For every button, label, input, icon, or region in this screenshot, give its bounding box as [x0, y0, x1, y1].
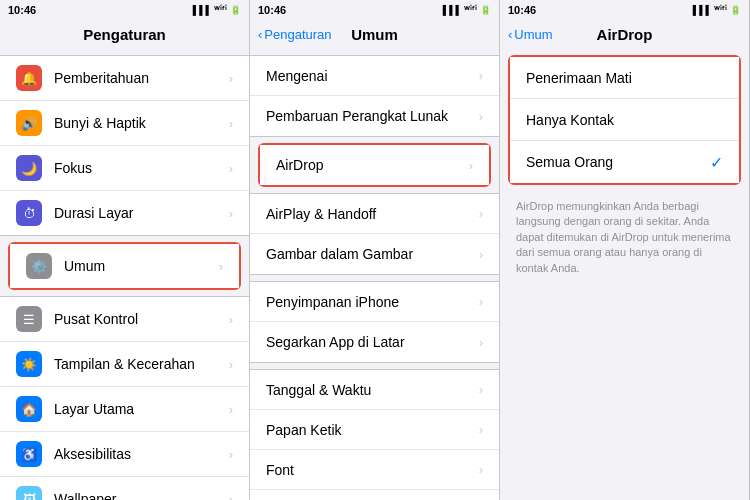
row-notif[interactable]: 🔔 Pemberitahuan ›	[0, 56, 249, 101]
airdrop-options-group: Penerimaan Mati Hanya Kontak Semua Orang…	[508, 55, 741, 185]
sound-icon: 🔊	[16, 110, 42, 136]
row-control[interactable]: ☰ Pusat Kontrol ›	[0, 297, 249, 342]
row-pip[interactable]: Gambar dalam Gambar ›	[250, 234, 499, 274]
status-bar-1: 10:46 ▌▌▌ ᵂⁱᶠⁱ 🔋	[0, 0, 249, 20]
option-off-label: Penerimaan Mati	[526, 70, 723, 86]
focus-icon: 🌙	[16, 155, 42, 181]
group-control: ☰ Pusat Kontrol › ☀️ Tampilan & Keceraha…	[0, 296, 249, 500]
settings-panel: 10:46 ▌▌▌ ᵂⁱᶠⁱ 🔋 Pengaturan 🔔 Pemberitah…	[0, 0, 250, 500]
row-focus[interactable]: 🌙 Fokus ›	[0, 146, 249, 191]
panel1-title: Pengaturan	[83, 26, 166, 43]
group-airplay: AirPlay & Handoff › Gambar dalam Gambar …	[250, 193, 499, 275]
check-icon: ✓	[710, 153, 723, 172]
control-icon: ☰	[16, 306, 42, 332]
screen-chevron: ›	[229, 206, 233, 221]
row-storage[interactable]: Penyimpanan iPhone ›	[250, 282, 499, 322]
focus-label: Fokus	[54, 160, 229, 176]
group-airdrop-highlighted: AirDrop ›	[258, 143, 491, 187]
panel3-title: AirDrop	[597, 26, 653, 43]
status-icons-1: ▌▌▌ ᵂⁱᶠⁱ 🔋	[193, 5, 241, 15]
pip-chevron: ›	[479, 247, 483, 262]
panel2-title: Umum	[351, 26, 398, 43]
general-label: Umum	[64, 258, 219, 274]
row-keyboard[interactable]: Papan Ketik ›	[250, 410, 499, 450]
group-general-highlighted: ⚙️ Umum ›	[8, 242, 241, 290]
home-chevron: ›	[229, 402, 233, 417]
row-home[interactable]: 🏠 Layar Utama ›	[0, 387, 249, 432]
about-chevron: ›	[479, 68, 483, 83]
notif-label: Pemberitahuan	[54, 70, 229, 86]
status-icons-3: ▌▌▌ ᵂⁱᶠⁱ 🔋	[693, 5, 741, 15]
back-button-3[interactable]: ‹ Umum	[508, 27, 553, 42]
sound-chevron: ›	[229, 116, 233, 131]
focus-chevron: ›	[229, 161, 233, 176]
control-chevron: ›	[229, 312, 233, 327]
control-label: Pusat Kontrol	[54, 311, 229, 327]
home-icon: 🏠	[16, 396, 42, 422]
airdrop-panel: 10:46 ▌▌▌ ᵂⁱᶠⁱ 🔋 ‹ Umum AirDrop Penerima…	[500, 0, 750, 500]
group-datetime: Tanggal & Waktu › Papan Ketik › Font › B…	[250, 369, 499, 500]
option-contacts[interactable]: Hanya Kontak	[510, 99, 739, 141]
row-general[interactable]: ⚙️ Umum ›	[10, 244, 239, 288]
row-sound[interactable]: 🔊 Bunyi & Haptik ›	[0, 101, 249, 146]
datetime-label: Tanggal & Waktu	[266, 382, 479, 398]
notif-chevron: ›	[229, 71, 233, 86]
wallpaper-label: Wallpaper	[54, 491, 229, 500]
general-panel: 10:46 ▌▌▌ ᵂⁱᶠⁱ 🔋 ‹ Pengaturan Umum Menge…	[250, 0, 500, 500]
general-list[interactable]: Mengenai › Pembaruan Perangkat Lunak › A…	[250, 49, 499, 500]
row-update[interactable]: Pembaruan Perangkat Lunak ›	[250, 96, 499, 136]
row-wallpaper[interactable]: 🖼 Wallpaper ›	[0, 477, 249, 500]
panel3-header: ‹ Umum AirDrop	[500, 20, 749, 49]
background-label: Segarkan App di Latar	[266, 334, 479, 350]
access-icon: ♿	[16, 441, 42, 467]
back-label-2: Pengaturan	[264, 27, 331, 42]
about-label: Mengenai	[266, 68, 479, 84]
access-chevron: ›	[229, 447, 233, 462]
keyboard-label: Papan Ketik	[266, 422, 479, 438]
airdrop-list[interactable]: Penerimaan Mati Hanya Kontak Semua Orang…	[500, 49, 749, 500]
status-icons-2: ▌▌▌ ᵂⁱᶠⁱ 🔋	[443, 5, 491, 15]
display-icon: ☀️	[16, 351, 42, 377]
font-label: Font	[266, 462, 479, 478]
row-language[interactable]: Bahasa & Wilayah ›	[250, 490, 499, 500]
group-about: Mengenai › Pembaruan Perangkat Lunak ›	[250, 55, 499, 137]
datetime-chevron: ›	[479, 382, 483, 397]
row-background[interactable]: Segarkan App di Latar ›	[250, 322, 499, 362]
settings-list[interactable]: 🔔 Pemberitahuan › 🔊 Bunyi & Haptik › 🌙 F…	[0, 49, 249, 500]
update-label: Pembaruan Perangkat Lunak	[266, 108, 479, 124]
sound-label: Bunyi & Haptik	[54, 115, 229, 131]
back-button-2[interactable]: ‹ Pengaturan	[258, 27, 332, 42]
row-airdrop[interactable]: AirDrop ›	[260, 145, 489, 185]
storage-label: Penyimpanan iPhone	[266, 294, 479, 310]
row-display[interactable]: ☀️ Tampilan & Kecerahan ›	[0, 342, 249, 387]
row-access[interactable]: ♿ Aksesibilitas ›	[0, 432, 249, 477]
background-chevron: ›	[479, 335, 483, 350]
screen-icon: ⏱	[16, 200, 42, 226]
display-chevron: ›	[229, 357, 233, 372]
airdrop-label: AirDrop	[276, 157, 469, 173]
row-screen[interactable]: ⏱ Durasi Layar ›	[0, 191, 249, 235]
row-about[interactable]: Mengenai ›	[250, 56, 499, 96]
font-chevron: ›	[479, 462, 483, 477]
general-icon: ⚙️	[26, 253, 52, 279]
keyboard-chevron: ›	[479, 422, 483, 437]
row-airplay[interactable]: AirPlay & Handoff ›	[250, 194, 499, 234]
option-off[interactable]: Penerimaan Mati	[510, 57, 739, 99]
option-everyone[interactable]: Semua Orang ✓	[510, 141, 739, 183]
row-datetime[interactable]: Tanggal & Waktu ›	[250, 370, 499, 410]
option-contacts-label: Hanya Kontak	[526, 112, 723, 128]
access-label: Aksesibilitas	[54, 446, 229, 462]
time-1: 10:46	[8, 4, 36, 16]
time-2: 10:46	[258, 4, 286, 16]
back-label-3: Umum	[514, 27, 552, 42]
screen-label: Durasi Layar	[54, 205, 229, 221]
row-font[interactable]: Font ›	[250, 450, 499, 490]
airplay-chevron: ›	[479, 206, 483, 221]
group-top: 🔔 Pemberitahuan › 🔊 Bunyi & Haptik › 🌙 F…	[0, 55, 249, 236]
panel1-header: Pengaturan	[0, 20, 249, 49]
panel2-header: ‹ Pengaturan Umum	[250, 20, 499, 49]
airdrop-description: AirDrop memungkinkan Anda berbagi langsu…	[500, 191, 749, 284]
notif-icon: 🔔	[16, 65, 42, 91]
storage-chevron: ›	[479, 294, 483, 309]
update-chevron: ›	[479, 109, 483, 124]
